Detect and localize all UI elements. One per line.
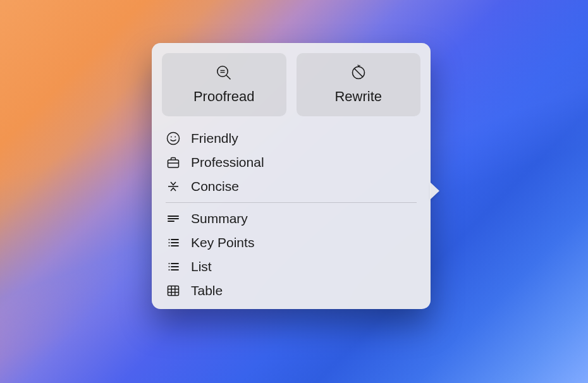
svg-rect-9 [168,160,179,167]
menu-item-concise[interactable]: Concise [166,174,417,198]
svg-point-25 [169,269,170,271]
format-options-list: Summary Key Points [162,207,420,303]
menu-item-friendly[interactable]: Friendly [166,126,417,150]
svg-point-6 [168,133,180,145]
writing-tools-panel: Proofread Rewrite Fr [152,43,431,309]
menu-label: List [191,259,212,274]
menu-label: Concise [191,179,239,194]
svg-rect-27 [168,286,179,296]
svg-point-21 [169,263,170,264]
svg-point-23 [169,266,170,267]
bullet-list-icon [166,235,181,250]
menu-item-professional[interactable]: Professional [166,150,417,174]
tone-options-list: Friendly Professional Concise [162,126,420,198]
proofread-label: Proofread [193,88,255,105]
smiley-icon [166,131,181,146]
briefcase-icon [166,155,181,170]
svg-point-8 [175,137,176,138]
svg-point-7 [171,137,172,138]
table-icon [166,283,181,298]
menu-label: Friendly [191,131,238,146]
rewrite-label: Rewrite [334,88,382,105]
compress-icon [166,179,181,194]
menu-item-list[interactable]: List [166,255,417,279]
section-divider [166,202,417,203]
svg-point-17 [169,242,170,243]
menu-item-keypoints[interactable]: Key Points [166,231,417,255]
menu-item-table[interactable]: Table [166,279,417,303]
menu-label: Professional [191,155,264,170]
menu-label: Key Points [191,235,254,250]
menu-label: Summary [191,211,248,226]
bullet-list-icon [166,259,181,274]
paragraph-icon [166,211,181,226]
primary-actions-row: Proofread Rewrite [162,53,420,116]
svg-line-5 [354,69,362,77]
svg-point-15 [169,239,170,240]
menu-label: Table [191,283,223,298]
menu-item-summary[interactable]: Summary [166,207,417,231]
rewrite-button[interactable]: Rewrite [297,53,421,116]
svg-point-19 [169,245,170,246]
svg-point-0 [217,66,228,76]
svg-line-1 [226,75,230,79]
magnifier-icon [216,64,232,81]
proofread-button[interactable]: Proofread [162,53,286,116]
rewrite-icon [350,64,367,81]
